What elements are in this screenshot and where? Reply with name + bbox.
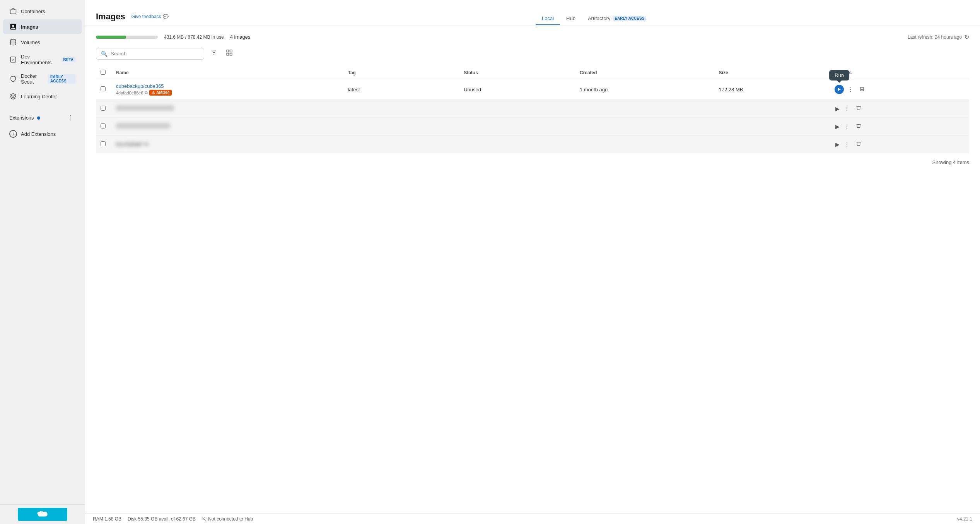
row1-action-group: Run ⋮	[835, 85, 965, 94]
row1-more-button[interactable]: ⋮	[845, 85, 855, 94]
row1-size-cell: 172.28 MB	[714, 79, 830, 100]
row2-run-button[interactable]: ▶	[835, 105, 840, 113]
sidebar-nav: Containers Images Volumes	[0, 0, 85, 504]
sidebar-item-images[interactable]: Images	[3, 19, 82, 34]
row4-checkbox-cell	[96, 135, 111, 153]
svg-rect-8	[227, 53, 229, 55]
extensions-dot	[37, 116, 40, 120]
row3-run-button[interactable]: ▶	[835, 123, 840, 130]
showing-footer: Showing 4 items	[96, 153, 969, 167]
dev-env-icon	[9, 56, 17, 63]
row3-tag-cell	[343, 118, 459, 135]
row1-image-id: 4dafad0e86e6 ⧉ AMD64	[116, 90, 338, 96]
ram-label: RAM 1.58 GB	[93, 516, 121, 522]
table-row: b1cc5a5ab7 ⧉ ▶ ⋮	[96, 135, 969, 153]
row2-checkbox-cell	[96, 100, 111, 118]
status-bar: RAM 1.58 GB Disk 55.35 GB avail. of 62.6…	[85, 514, 980, 524]
svg-rect-2	[10, 57, 16, 62]
run-btn-container: Run	[835, 85, 844, 94]
scout-icon	[9, 75, 17, 83]
refresh-info: Last refresh: 24 hours ago ↻	[908, 33, 969, 41]
page-title: Images	[96, 12, 125, 22]
row2-tag-cell	[343, 100, 459, 118]
row4-status-cell	[459, 135, 575, 153]
tabs-bar: Local Hub Artifactory EARLY ACCESS	[536, 12, 969, 25]
svg-point-1	[10, 39, 16, 41]
images-count: 4 images	[230, 34, 251, 40]
storage-info: 431.6 MB / 878.42 MB in use 4 images	[96, 34, 251, 40]
row2-more-button[interactable]: ⋮	[842, 104, 852, 113]
sidebar-item-scout-label: Docker Scout	[21, 73, 44, 85]
row4-tag-cell	[343, 135, 459, 153]
filter-button[interactable]	[208, 47, 220, 60]
sidebar-item-dev-environments[interactable]: Dev Environments BETA	[3, 50, 82, 69]
row2-delete-button[interactable]	[854, 104, 864, 113]
row3-status-cell	[459, 118, 575, 135]
sidebar-item-dev-env-label: Dev Environments	[21, 54, 58, 65]
col-created: Created	[575, 67, 714, 79]
row4-created-cell	[575, 135, 714, 153]
row4-size-cell	[714, 135, 830, 153]
row4-checkbox[interactable]	[101, 141, 106, 146]
sidebar-item-containers-label: Containers	[21, 9, 45, 14]
storage-text: 431.6 MB / 878.42 MB in use	[164, 34, 224, 40]
row1-name-link[interactable]: cubebackup/cube365	[116, 83, 164, 89]
grid-button[interactable]	[224, 47, 235, 60]
search-input[interactable]	[111, 51, 199, 57]
give-feedback-link[interactable]: Give feedback 💬	[131, 14, 169, 19]
row2-size-cell	[714, 100, 830, 118]
row3-size-cell	[714, 118, 830, 135]
row3-delete-button[interactable]	[854, 122, 864, 131]
sidebar-item-docker-scout[interactable]: Docker Scout EARLY ACCESS	[3, 70, 82, 88]
row4-copy-icon: ⧉	[145, 142, 148, 147]
svg-rect-6	[227, 50, 229, 52]
sidebar-item-containers[interactable]: Containers	[3, 4, 82, 19]
row4-delete-button[interactable]	[854, 139, 864, 149]
row3-more-button[interactable]: ⋮	[842, 122, 852, 131]
tab-artifactory[interactable]: Artifactory EARLY ACCESS	[582, 12, 652, 25]
col-actions: Actions	[830, 67, 969, 79]
row4-actions-cell: ▶ ⋮	[830, 135, 969, 153]
table-row: ▶ ⋮	[96, 118, 969, 135]
select-all-checkbox[interactable]	[101, 70, 106, 75]
row1-delete-button[interactable]	[857, 85, 867, 94]
table-row: cubebackup/cube365 4dafad0e86e6 ⧉ AMD64 …	[96, 79, 969, 100]
row2-checkbox[interactable]	[101, 106, 106, 111]
col-status: Status	[459, 67, 575, 79]
extensions-more-button[interactable]: ⋮	[66, 113, 75, 122]
row2-status-cell	[459, 100, 575, 118]
row3-checkbox[interactable]	[101, 123, 106, 128]
row1-actions-cell: Run ⋮	[830, 79, 969, 100]
row2-created-cell	[575, 100, 714, 118]
tab-hub[interactable]: Hub	[560, 12, 582, 25]
row1-copy-icon[interactable]: ⧉	[145, 90, 148, 95]
row1-checkbox[interactable]	[101, 86, 106, 91]
sidebar-item-learning-center[interactable]: Learning Center	[3, 89, 82, 104]
whale-icon	[37, 510, 48, 519]
containers-icon	[9, 7, 17, 15]
content-area: 431.6 MB / 878.42 MB in use 4 images Las…	[85, 26, 980, 514]
scout-badge: EARLY ACCESS	[48, 74, 75, 84]
add-extensions-label: Add Extensions	[21, 131, 56, 137]
row4-run-button[interactable]: ▶	[835, 140, 840, 148]
row3-action-group: ▶ ⋮	[835, 122, 965, 131]
images-icon	[9, 23, 17, 31]
storage-bar-track	[96, 36, 158, 39]
svg-marker-10	[838, 88, 841, 91]
refresh-button[interactable]: ↻	[964, 33, 969, 41]
extensions-label: Extensions	[9, 115, 40, 121]
sidebar-item-volumes[interactable]: Volumes	[3, 35, 82, 50]
learning-icon	[9, 92, 17, 100]
volumes-icon	[9, 38, 17, 46]
tab-local[interactable]: Local	[536, 12, 560, 25]
row1-created-cell: 1 month ago	[575, 79, 714, 100]
storage-bar-container	[96, 36, 158, 39]
row1-run-button[interactable]	[835, 85, 844, 94]
main-header: Images Give feedback 💬 Local Hub Artifac…	[85, 0, 980, 26]
refresh-label: Last refresh: 24 hours ago	[908, 34, 962, 40]
row4-action-group: ▶ ⋮	[835, 139, 965, 149]
extensions-section: Extensions ⋮	[3, 110, 82, 126]
main-content: Images Give feedback 💬 Local Hub Artifac…	[85, 0, 980, 524]
row4-more-button[interactable]: ⋮	[842, 140, 852, 149]
add-extensions-button[interactable]: + Add Extensions	[3, 127, 82, 141]
